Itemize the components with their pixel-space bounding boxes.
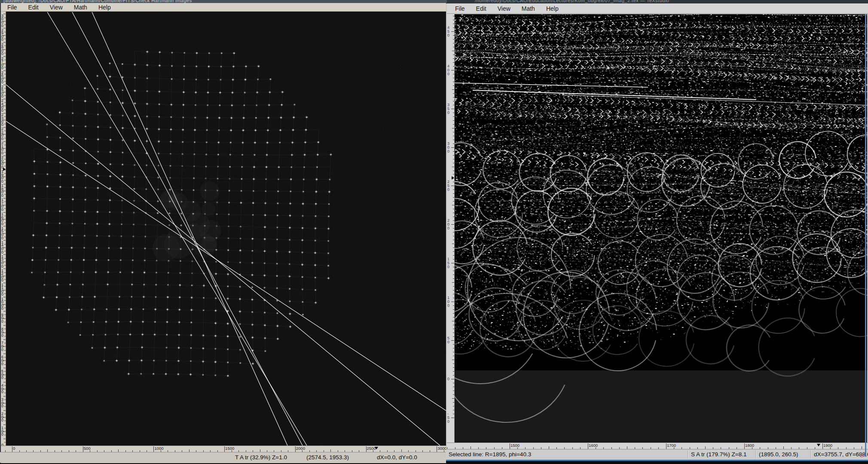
cursor-y-marker [452, 176, 454, 180]
menu-item-edit[interactable]: Edit [23, 3, 44, 12]
left-status-bar: T A tr (32.9%) Z=1.0 (2574.5, 1953.3) dX… [0, 452, 446, 463]
left-vertical-ruler: 01 0 02 0 03 0 04 0 05 0 06 0 07 0 08 0 … [1, 12, 6, 446]
menu-item-file[interactable]: File [2, 3, 23, 12]
menu-item-file[interactable]: File [449, 4, 471, 13]
left-status-mode: T A tr (32.9%) Z=1.0 [235, 452, 287, 463]
background-border-right [865, 14, 866, 457]
menu-item-help[interactable]: Help [93, 3, 116, 12]
right-status-bar: Selected line: R=1895, phi=40.3 S A tr (… [446, 449, 868, 460]
desktop: [addweighted]: /Docs/CAO/PTA/Hartmann/Co… [0, 0, 868, 464]
cursor-y-marker [3, 168, 6, 171]
status-separator [755, 451, 756, 458]
right-image-window: FileEditViewMathHelp - 5 005 01 0 01 5 0… [446, 3, 868, 460]
background-border-bottom [446, 460, 868, 461]
cursor-x-marker [375, 447, 378, 449]
right-status-mode: S A tr (179.7%) Z=8.1 [691, 449, 746, 460]
right-horizontal-ruler: 15001600170018001900 [447, 443, 868, 449]
left-status-cursor: (2574.5, 1953.3) [306, 452, 349, 463]
left-status-delta: dX=0.0, dY=0.0 [377, 452, 417, 463]
cursor-x-marker [817, 444, 820, 446]
right-vertical-ruler: - 5 005 01 0 01 5 02 0 02 5 03 0 03 5 04… [447, 14, 455, 443]
menu-item-view[interactable]: View [44, 3, 68, 12]
background-artifact: Tr [860, 454, 864, 458]
right-status-cursor: (1895.0, 260.5) [759, 449, 798, 460]
menu-item-math[interactable]: Math [516, 4, 541, 13]
background-window-title-right: /home/eddy/Docs/CAO/Education/Lectures/K… [447, 0, 868, 3]
right-status-selection: Selected line: R=1895, phi=40.3 [449, 449, 531, 460]
status-separator [688, 451, 688, 458]
left-image-window: FileEditViewMathHelp 01 0 02 0 03 0 04 0… [0, 3, 446, 463]
left-menu-bar: FileEditViewMathHelp [1, 3, 446, 12]
left-horizontal-ruler: 050010001500200025003000 [1, 446, 446, 452]
left-image-canvas[interactable] [6, 12, 446, 446]
right-menu-bar: FileEditViewMathHelp [447, 3, 868, 14]
menu-item-view[interactable]: View [492, 4, 516, 13]
background-title-text-right: /home/eddy/Docs/CAO/Education/Lectures/K… [475, 0, 669, 3]
menu-item-help[interactable]: Help [541, 4, 564, 13]
right-image-canvas[interactable] [455, 14, 867, 443]
menu-item-edit[interactable]: Edit [471, 4, 492, 13]
menu-item-math[interactable]: Math [68, 3, 93, 12]
status-separator [810, 451, 811, 458]
